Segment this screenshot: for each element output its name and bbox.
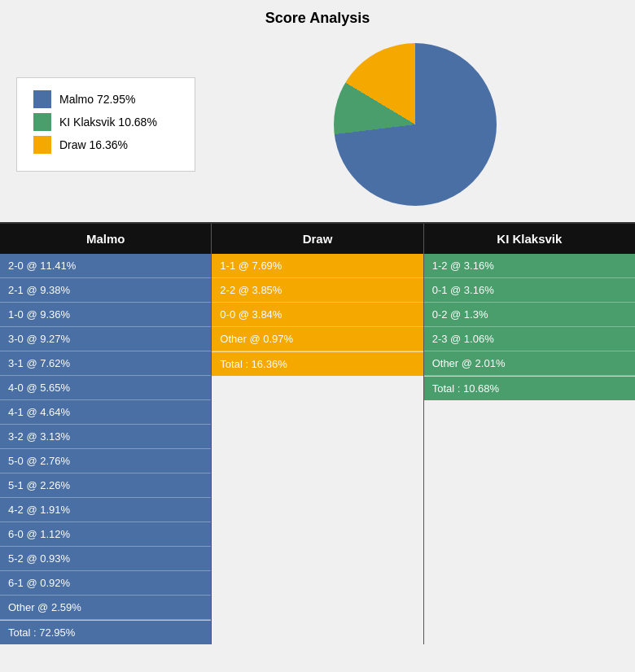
legend-color-draw <box>33 136 51 154</box>
legend-label-malmo: Malmo 72.95% <box>59 93 135 106</box>
table-row: 2-0 @ 11.41% <box>0 254 211 278</box>
table-row: 1-2 @ 3.16% <box>424 254 635 278</box>
table-row: 4-1 @ 4.64% <box>0 400 211 425</box>
page-title: Score Analysis <box>0 0 635 35</box>
table-row: 2-3 @ 1.06% <box>424 327 635 351</box>
table-row: 0-1 @ 3.16% <box>424 278 635 303</box>
draw-rows: 1-1 @ 7.69%2-2 @ 3.85%0-0 @ 3.84%Other @… <box>212 254 423 376</box>
draw-header: Draw <box>212 224 423 254</box>
malmo-total: Total : 72.95% <box>0 620 211 644</box>
table-row: 5-0 @ 2.76% <box>0 449 211 473</box>
ki-header: KI Klaksvik <box>424 224 635 254</box>
legend-box: Malmo 72.95% KI Klaksvik 10.68% Draw 16.… <box>16 77 195 172</box>
tables-section: Malmo 2-0 @ 11.41%2-1 @ 9.38%1-0 @ 9.36%… <box>0 222 635 644</box>
legend-label-draw: Draw 16.36% <box>59 138 128 151</box>
table-row: 2-2 @ 3.85% <box>212 278 423 303</box>
pie-chart <box>334 43 497 206</box>
table-row: 3-1 @ 7.62% <box>0 351 211 376</box>
chart-area <box>212 43 619 206</box>
legend-color-malmo <box>33 90 51 108</box>
table-row: 4-0 @ 5.65% <box>0 376 211 400</box>
table-row: 5-2 @ 0.93% <box>0 547 211 571</box>
draw-total: Total : 16.36% <box>212 351 423 376</box>
table-row: Other @ 0.97% <box>212 327 423 351</box>
table-row: 3-0 @ 9.27% <box>0 327 211 351</box>
table-row: 0-2 @ 1.3% <box>424 303 635 327</box>
malmo-column: Malmo 2-0 @ 11.41%2-1 @ 9.38%1-0 @ 9.36%… <box>0 224 212 644</box>
legend-item-malmo: Malmo 72.95% <box>33 90 178 108</box>
ki-total: Total : 10.68% <box>424 376 635 400</box>
table-row: 0-0 @ 3.84% <box>212 303 423 327</box>
table-row: Other @ 2.01% <box>424 351 635 376</box>
table-row: 4-2 @ 1.91% <box>0 498 211 522</box>
legend-item-draw: Draw 16.36% <box>33 136 178 154</box>
draw-column: Draw 1-1 @ 7.69%2-2 @ 3.85%0-0 @ 3.84%Ot… <box>212 224 423 644</box>
ki-rows: 1-2 @ 3.16%0-1 @ 3.16%0-2 @ 1.3%2-3 @ 1.… <box>424 254 635 400</box>
table-row: 6-0 @ 1.12% <box>0 522 211 547</box>
table-row: 1-1 @ 7.69% <box>212 254 423 278</box>
malmo-rows: 2-0 @ 11.41%2-1 @ 9.38%1-0 @ 9.36%3-0 @ … <box>0 254 211 644</box>
table-row: 3-2 @ 3.13% <box>0 425 211 449</box>
table-row: Other @ 2.59% <box>0 596 211 620</box>
table-row: 6-1 @ 0.92% <box>0 571 211 596</box>
malmo-header: Malmo <box>0 224 211 254</box>
table-row: 1-0 @ 9.36% <box>0 303 211 327</box>
table-row: 5-1 @ 2.26% <box>0 473 211 498</box>
legend-color-ki <box>33 113 51 131</box>
legend-item-ki: KI Klaksvik 10.68% <box>33 113 178 131</box>
ki-column: KI Klaksvik 1-2 @ 3.16%0-1 @ 3.16%0-2 @ … <box>424 224 635 644</box>
legend-label-ki: KI Klaksvik 10.68% <box>59 116 157 129</box>
table-row: 2-1 @ 9.38% <box>0 278 211 303</box>
